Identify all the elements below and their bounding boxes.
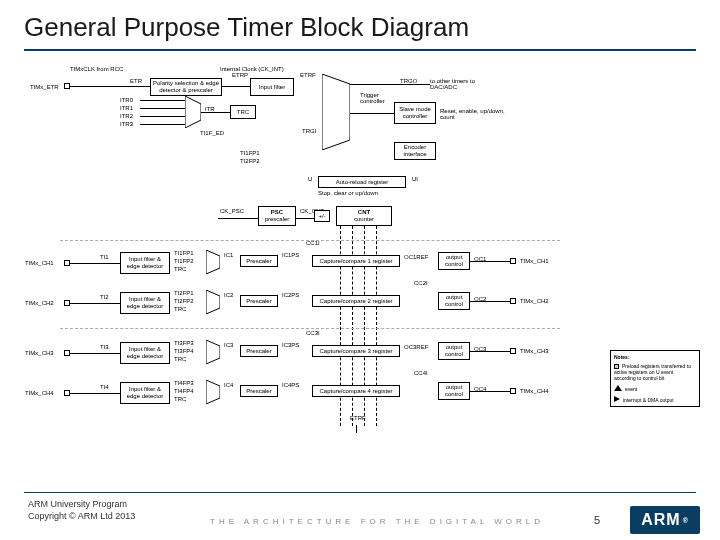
page-number: 5 — [594, 514, 600, 526]
label-cc4i: CC4I — [414, 370, 428, 376]
label-ti4: TI4 — [100, 384, 109, 390]
wire — [350, 84, 430, 85]
notes-line2: event — [625, 386, 637, 392]
label-trc-ch4: TRC — [174, 396, 186, 402]
footer: ARM University Program Copyright © ARM L… — [0, 492, 720, 540]
wire — [70, 303, 120, 304]
block-ch2-filter: Input filter & edge detector — [120, 292, 170, 314]
notes-line3: interrupt & DMA output — [623, 397, 674, 403]
label-slave-out: Reset, enable, up/down, count — [440, 108, 510, 120]
psc-sub: prescaler — [265, 216, 290, 223]
svg-marker-1 — [322, 74, 350, 150]
label-ti2: TI2 — [100, 294, 109, 300]
block-ch3-prescaler: Prescaler — [240, 345, 278, 357]
label-timx-ch4-out: TIMx_CH4 — [520, 388, 549, 394]
label-ic2: IC2 — [224, 292, 233, 298]
label-cc2i: CC2I — [414, 280, 428, 286]
cnt-title: CNT — [358, 209, 370, 216]
label-ti3fp3-ch: TI3FP3 — [174, 340, 194, 346]
svg-marker-3 — [206, 290, 220, 314]
label-oc1ref: OC1REF — [404, 254, 428, 260]
cnt-sub: counter — [354, 216, 374, 223]
label-ic3ps: IC3PS — [282, 342, 299, 348]
block-ch2-capture: Capture/compare 2 register — [312, 295, 400, 307]
svg-marker-4 — [206, 340, 220, 364]
wire — [70, 263, 120, 264]
mux-ch2 — [206, 290, 220, 314]
notes-box: Notes: Preload registers transferred to … — [610, 350, 700, 407]
wire — [470, 351, 510, 352]
label-timx-ch4: TIMx_CH4 — [25, 390, 54, 396]
title-rule — [24, 49, 696, 51]
block-ch4-capture: Capture/compare 4 register — [312, 385, 400, 397]
label-ti4fp4-ch: TI4FP4 — [174, 388, 194, 394]
block-ch1-capture: Capture/compare 1 register — [312, 255, 400, 267]
label-trc-ch2: TRC — [174, 306, 186, 312]
label-stop-clear: Stop, clear or up/down — [318, 190, 378, 196]
wire — [70, 353, 120, 354]
block-diagram: Internal Clock (CK_INT) TIMxCLK from RCC… — [60, 70, 660, 470]
block-cnt: CNT counter — [336, 206, 392, 226]
mux-ch1 — [206, 250, 220, 274]
label-trc-ch3: TRC — [174, 356, 186, 362]
block-ch4-output: output control — [438, 382, 470, 400]
label-itr1: ITR1 — [120, 105, 133, 111]
label-internal-clock: Internal Clock (CK_INT) — [220, 66, 284, 72]
label-ti2fp1-ch: TI2FP1 — [174, 290, 194, 296]
label-ic2ps: IC2PS — [282, 292, 299, 298]
wire — [140, 100, 185, 101]
label-trgi: TRGI — [302, 128, 316, 134]
psc-title: PSC — [271, 209, 283, 216]
wire — [470, 261, 510, 262]
pin-oc1 — [510, 258, 516, 264]
label-ti1: TI1 — [100, 254, 109, 260]
label-timx-ch3-out: TIMx_CH3 — [520, 348, 549, 354]
label-trc-ch1: TRC — [174, 266, 186, 272]
notes-line1: Preload registers transferred to active … — [614, 363, 691, 381]
label-ti2fp2-ch: TI2FP2 — [174, 298, 194, 304]
block-trigger-controller — [322, 74, 350, 150]
pin-oc4 — [510, 388, 516, 394]
wire — [222, 86, 250, 87]
mux-ch4 — [206, 380, 220, 404]
label-timx-ch2-out: TIMx_CH2 — [520, 298, 549, 304]
label-timx-ch3: TIMx_CH3 — [25, 350, 54, 356]
block-slave-mode: Slave mode controller — [394, 102, 436, 124]
label-ic4: IC4 — [224, 382, 233, 388]
wire — [140, 124, 185, 125]
block-ch1-output: output control — [438, 252, 470, 270]
legend-event-icon — [614, 385, 622, 391]
wire — [470, 391, 510, 392]
label-timx-ch2: TIMx_CH2 — [25, 300, 54, 306]
label-etrf-bottom: ETRF — [350, 415, 366, 421]
legend-interrupt-icon — [614, 396, 620, 402]
arm-logo: ARM® — [630, 506, 700, 534]
label-itr2: ITR2 — [120, 113, 133, 119]
block-input-filter: Input filter — [250, 78, 294, 96]
block-ch3-filter: Input filter & edge detector — [120, 342, 170, 364]
label-oc3ref: OC3REF — [404, 344, 428, 350]
wire — [70, 393, 120, 394]
label-timx-clk: TIMxCLK from RCC — [70, 66, 123, 72]
wire — [70, 86, 150, 87]
block-autoreload: Auto-reload register — [318, 176, 406, 188]
block-plusminus: +/- — [314, 210, 330, 222]
footer-tagline: THE ARCHITECTURE FOR THE DIGITAL WORLD — [210, 517, 544, 526]
label-ti2fp2: TI2FP2 — [240, 158, 260, 164]
pin-oc3 — [510, 348, 516, 354]
label-ck-psc: CK_PSC — [220, 208, 244, 214]
block-encoder: Encoder interface — [394, 142, 436, 160]
label-etr: ETR — [130, 78, 142, 84]
wire — [140, 116, 185, 117]
block-ch2-output: output control — [438, 292, 470, 310]
label-timx-ch1: TIMx_CH1 — [25, 260, 54, 266]
label-ic3: IC3 — [224, 342, 233, 348]
wire — [140, 108, 185, 109]
label-timx-ch1-out: TIMx_CH1 — [520, 258, 549, 264]
label-ic1: IC1 — [224, 252, 233, 258]
label-u: U — [308, 176, 312, 182]
label-timx-etr: TIMx_ETR — [30, 84, 59, 90]
divider — [60, 328, 560, 329]
label-trigger-controller: Trigger controller — [360, 92, 390, 104]
mux-itr — [185, 96, 201, 128]
